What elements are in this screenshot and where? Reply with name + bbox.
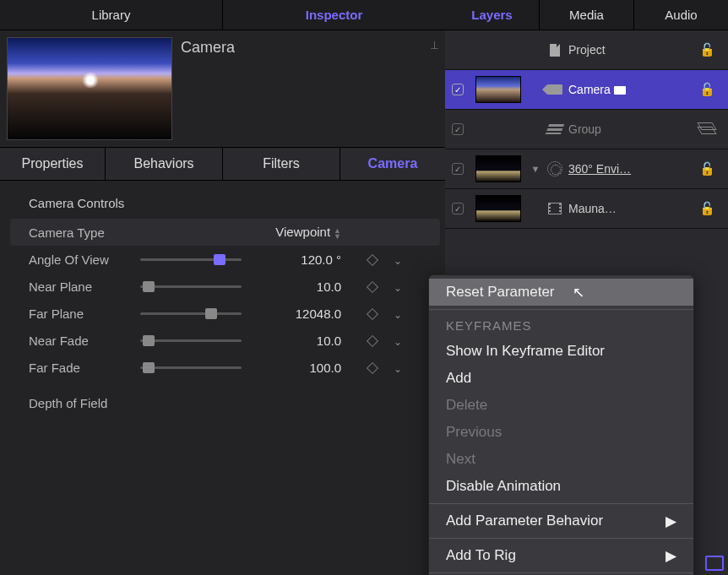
label-camera-type: Camera Type (29, 225, 140, 240)
pin-icon[interactable]: ⟂ (431, 37, 438, 52)
menu-add-to-rig[interactable]: Add To Rig▶ (429, 542, 693, 569)
layers-panel: Layers Media Audio Project 🔓 ✓ Camera 🔓 … (445, 0, 728, 575)
cursor-icon: ↖ (573, 284, 584, 301)
window-layout-icon[interactable] (708, 558, 723, 570)
film-icon (545, 203, 565, 214)
chevron-down-icon[interactable]: ⌄ (394, 282, 402, 294)
layer-name: Camera (565, 83, 699, 96)
menu-add-parameter-behavior[interactable]: Add Parameter Behavior▶ (429, 507, 693, 534)
layers-stack-icon[interactable] (699, 122, 721, 137)
layer-name: Mauna… (565, 202, 699, 215)
tab-library[interactable]: Library (0, 0, 223, 30)
slider-far-plane[interactable] (140, 312, 242, 315)
value-near-fade[interactable]: 10.0 (267, 334, 360, 348)
menu-show-keyframe-editor[interactable]: Show In Keyframe Editor (429, 338, 693, 365)
value-angle[interactable]: 120.0 ° (267, 252, 360, 267)
visibility-checkbox[interactable]: ✓ (452, 203, 470, 214)
label-far-plane: Far Plane (29, 306, 140, 321)
layer-row-environment[interactable]: ✓ ▼ 360° Envi… 🔓 (445, 149, 728, 189)
layers-tabs: Layers Media Audio (445, 0, 728, 30)
inspector-sub-tabs: Properties Behaviors Filters Camera (0, 147, 445, 181)
menu-next-keyframe: Next (429, 446, 693, 473)
value-near-plane[interactable]: 10.0 (267, 279, 360, 294)
chevron-down-icon[interactable]: ⌄ (394, 336, 402, 348)
slider-angle[interactable] (140, 258, 242, 261)
visibility-checkbox[interactable]: ✓ (452, 123, 470, 135)
layer-row-clip[interactable]: ✓ Mauna… 🔓 (445, 189, 728, 229)
label-dof: Depth of Field (29, 396, 107, 410)
row-far-plane: Far Plane 12048.0 ⌄ (10, 300, 440, 327)
subtab-behaviors[interactable]: Behaviors (106, 148, 223, 180)
keyframe-icon[interactable] (367, 361, 378, 373)
row-far-fade: Far Fade 100.0 ⌄ (10, 354, 440, 381)
row-near-fade: Near Fade 10.0 ⌄ (10, 327, 440, 354)
visibility-checkbox[interactable]: ✓ (452, 163, 470, 175)
menu-previous-keyframe: Previous (429, 419, 693, 446)
layer-name: 360° Envi… (565, 162, 699, 176)
visibility-checkbox[interactable]: ✓ (452, 84, 470, 95)
keyframe-icon[interactable] (367, 334, 378, 346)
menu-reset-parameter[interactable]: Reset Parameter ↖ (429, 279, 693, 306)
menu-separator (429, 309, 693, 310)
slider-near-fade[interactable] (140, 339, 242, 342)
submenu-arrow-icon: ▶ (666, 547, 676, 565)
environment-360-icon (545, 161, 565, 176)
label-near-fade: Near Fade (29, 334, 140, 348)
keyframe-icon[interactable] (367, 280, 378, 292)
layer-name: Project (565, 43, 699, 57)
subtab-filters[interactable]: Filters (223, 148, 340, 180)
layer-thumbnail (475, 155, 521, 182)
row-angle-of-view: Angle Of View 120.0 ° ⌄ (10, 246, 440, 273)
menu-separator (429, 538, 693, 539)
lock-icon[interactable]: 🔓 (699, 201, 721, 216)
chevron-down-icon[interactable]: ⌄ (394, 309, 402, 321)
row-near-plane: Near Plane 10.0 ⌄ (10, 273, 440, 300)
value-far-fade[interactable]: 100.0 (267, 361, 360, 375)
menu-disable-animation[interactable]: Disable Animation (429, 473, 693, 500)
value-far-plane[interactable]: 12048.0 (267, 306, 360, 321)
subtab-properties[interactable]: Properties (0, 148, 106, 180)
menu-separator (429, 572, 693, 573)
layer-row-project[interactable]: Project 🔓 (445, 30, 728, 70)
layer-thumbnail (475, 195, 521, 222)
slider-far-fade[interactable] (140, 366, 242, 369)
object-title: Camera (181, 37, 422, 57)
section-title: Camera Controls (29, 196, 440, 210)
menu-separator (429, 503, 693, 504)
lock-icon[interactable]: 🔓 (699, 42, 721, 57)
row-depth-of-field[interactable]: Depth of Field (10, 389, 440, 416)
tab-inspector[interactable]: Inspector (223, 0, 445, 30)
inspector-header: Camera ⟂ (0, 30, 445, 147)
camera-controls: Camera Controls Camera Type Viewpoint▲▼ … (0, 181, 445, 416)
lock-icon[interactable]: 🔓 (699, 82, 721, 97)
select-camera-type[interactable]: Viewpoint▲▼ (267, 225, 360, 239)
layer-name: Group (565, 122, 699, 136)
tab-audio[interactable]: Audio (634, 0, 728, 30)
camera-badge-icon (614, 86, 626, 95)
label-far-fade: Far Fade (29, 361, 140, 375)
inspector-panel: Library Inspector Camera ⟂ Properties Be… (0, 0, 445, 575)
tab-layers[interactable]: Layers (445, 0, 540, 30)
row-camera-type: Camera Type Viewpoint▲▼ (10, 219, 440, 246)
keyframe-icon[interactable] (367, 253, 378, 265)
menu-add-keyframe[interactable]: Add (429, 365, 693, 392)
tab-media[interactable]: Media (540, 0, 634, 30)
top-tabs: Library Inspector (0, 0, 445, 30)
keyframe-icon[interactable] (367, 307, 378, 319)
chevron-down-icon[interactable]: ⌄ (394, 363, 402, 375)
menu-header-keyframes: KEYFRAMES (429, 313, 693, 338)
preview-thumbnail (7, 37, 172, 140)
slider-near-plane[interactable] (140, 285, 242, 288)
context-menu: Reset Parameter ↖ KEYFRAMES Show In Keyf… (428, 274, 694, 575)
subtab-camera[interactable]: Camera (340, 148, 445, 180)
group-icon (545, 124, 565, 134)
layer-row-group[interactable]: ✓ Group (445, 110, 728, 149)
chevron-down-icon[interactable]: ⌄ (394, 255, 402, 267)
label-angle: Angle Of View (29, 252, 140, 267)
submenu-arrow-icon: ▶ (666, 513, 676, 530)
disclosure-triangle[interactable]: ▼ (526, 164, 545, 174)
lock-icon[interactable]: 🔓 (699, 161, 721, 176)
layer-row-camera[interactable]: ✓ Camera 🔓 (445, 70, 728, 110)
camera-icon (545, 84, 565, 95)
menu-delete-keyframe: Delete (429, 392, 693, 419)
